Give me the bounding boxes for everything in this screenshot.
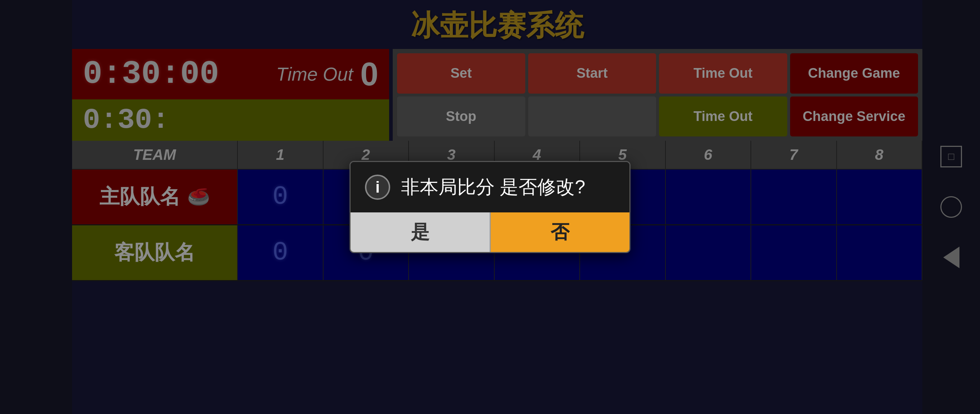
dialog-info-icon: i [365,174,390,200]
dialog-overlay: i 非本局比分 是否修改? 是 否 [0,0,980,414]
dialog-yes-button[interactable]: 是 [350,213,491,252]
dialog-no-button[interactable]: 否 [491,213,630,252]
dialog-buttons: 是 否 [350,213,630,252]
dialog-header: i 非本局比分 是否修改? [350,162,630,213]
dialog-message: 非本局比分 是否修改? [401,174,585,200]
confirmation-dialog: i 非本局比分 是否修改? 是 否 [350,161,630,253]
